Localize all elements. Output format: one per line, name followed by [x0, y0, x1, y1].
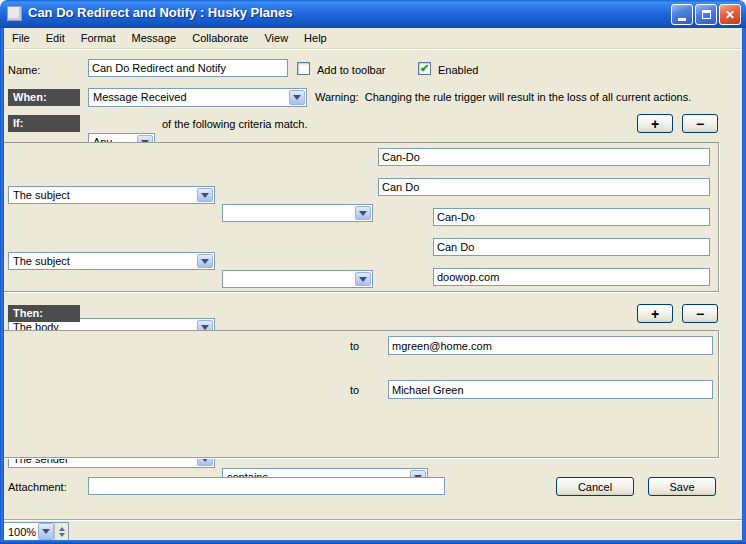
add-to-toolbar-label: Add to toolbar — [317, 64, 386, 76]
criterion-value-input[interactable] — [433, 238, 710, 256]
close-icon: ✕ — [725, 9, 735, 21]
remove-action-button[interactable]: − — [682, 304, 718, 323]
app-icon — [7, 6, 22, 21]
maximize-icon — [702, 10, 711, 19]
then-label: Then: — [8, 305, 80, 322]
menu-item-format[interactable]: Format — [73, 29, 124, 47]
status-bar-divider — [0, 519, 746, 521]
chevron-down-icon — [42, 529, 50, 534]
action-target-input[interactable] — [388, 380, 713, 399]
cancel-button[interactable]: Cancel — [556, 477, 634, 496]
maximize-button[interactable] — [695, 4, 717, 25]
chevron-down-icon[interactable] — [197, 254, 213, 268]
criterion-value-input[interactable] — [378, 148, 710, 166]
window-border-bottom — [0, 540, 746, 544]
attachment-input[interactable] — [88, 477, 445, 495]
chevron-down-icon[interactable] — [355, 206, 371, 220]
criterion-field-select[interactable]: The subject — [8, 252, 215, 270]
checkmark-icon: ✔ — [420, 63, 429, 74]
rule-editor-window: Can Do Redirect and Notify : Husky Plane… — [0, 0, 746, 544]
window-border-right — [742, 28, 746, 544]
when-trigger-select[interactable]: Message Received — [88, 88, 307, 107]
chevron-down-icon[interactable] — [355, 272, 371, 286]
enabled-checkbox[interactable]: ✔ — [418, 62, 431, 75]
criterion-value-input[interactable] — [433, 268, 710, 286]
add-to-toolbar-checkbox[interactable] — [297, 62, 310, 75]
spinner-down-icon — [59, 533, 65, 537]
add-criteria-button[interactable]: + — [637, 114, 673, 133]
remove-criteria-button[interactable]: − — [682, 114, 718, 133]
minimize-button[interactable] — [671, 4, 693, 25]
criteria-match-text: of the following criteria match. — [162, 118, 308, 130]
criterion-operator-select[interactable] — [222, 270, 373, 288]
close-button[interactable]: ✕ — [719, 4, 741, 25]
menu-item-help[interactable]: Help — [296, 29, 335, 47]
criterion-field-select[interactable]: The subject — [8, 186, 215, 204]
name-input[interactable] — [88, 59, 288, 77]
zoom-value: 100% — [4, 523, 38, 540]
criterion-field-value: The subject — [13, 255, 70, 267]
zoom-control[interactable]: 100% — [3, 522, 69, 541]
window-border-left — [0, 28, 4, 544]
trigger-warning-text: Warning: Changing the rule trigger will … — [315, 91, 691, 103]
add-action-button[interactable]: + — [637, 304, 673, 323]
zoom-spinner[interactable] — [54, 523, 68, 540]
when-label: When: — [8, 89, 80, 106]
criterion-operator-select[interactable] — [222, 204, 373, 222]
menu-item-view[interactable]: View — [256, 29, 296, 47]
menu-item-collaborate[interactable]: Collaborate — [184, 29, 256, 47]
titlebar: Can Do Redirect and Notify : Husky Plane… — [0, 0, 746, 28]
chevron-down-icon[interactable] — [289, 90, 305, 105]
to-label: to — [350, 384, 359, 396]
zoom-dropdown-button[interactable] — [38, 523, 54, 540]
criterion-field-value: The subject — [13, 189, 70, 201]
menu-item-message[interactable]: Message — [124, 29, 185, 47]
menubar: File Edit Format Message Collaborate Vie… — [0, 28, 746, 49]
spinner-up-icon — [59, 527, 65, 531]
action-target-input[interactable] — [388, 336, 713, 355]
if-label: If: — [8, 115, 80, 132]
chevron-down-icon[interactable] — [197, 188, 213, 202]
when-trigger-value: Message Received — [93, 91, 187, 103]
save-button[interactable]: Save — [648, 477, 716, 496]
enabled-label: Enabled — [438, 64, 478, 76]
name-label: Name: — [8, 64, 40, 76]
menu-item-file[interactable]: File — [4, 29, 38, 47]
criterion-value-input[interactable] — [433, 208, 710, 226]
to-label: to — [350, 340, 359, 352]
menu-item-edit[interactable]: Edit — [38, 29, 73, 47]
minimize-icon — [678, 18, 686, 21]
window-title: Can Do Redirect and Notify : Husky Plane… — [28, 5, 292, 20]
criterion-value-input[interactable] — [378, 178, 710, 196]
attachment-label: Attachment: — [8, 481, 67, 493]
